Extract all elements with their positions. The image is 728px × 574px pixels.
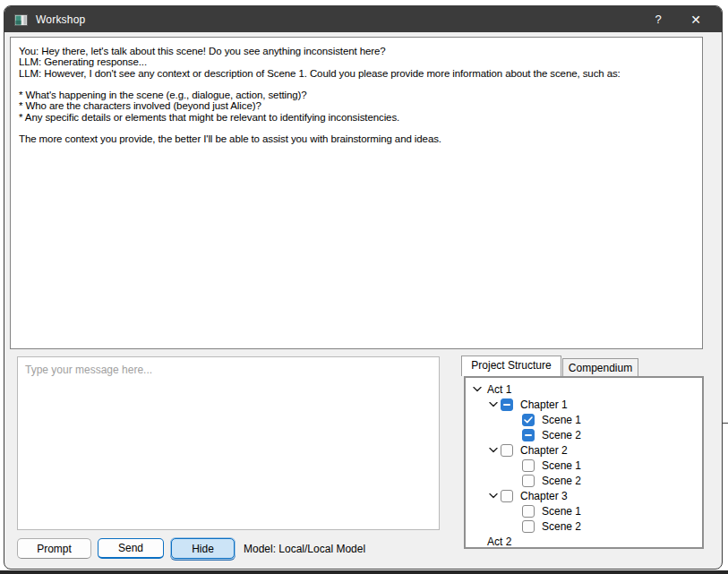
tree-item-scene-1[interactable]: Scene 1 <box>466 412 702 427</box>
project-structure-tree[interactable]: Act 1Chapter 1Scene 1Scene 2Chapter 2Sce… <box>464 376 704 549</box>
tree-item-chapter-3[interactable]: Chapter 3 <box>466 488 702 503</box>
app-icon <box>14 13 28 25</box>
send-button[interactable]: Send <box>98 538 164 559</box>
chat-line: * What's happening in the scene (e.g., d… <box>19 90 695 100</box>
unchecked-checkbox[interactable] <box>522 459 535 472</box>
partial-checkbox[interactable] <box>522 429 535 441</box>
chat-line: * Who are the characters involved (beyon… <box>19 100 695 111</box>
background-window-edge <box>722 423 728 424</box>
chevron-down-icon[interactable] <box>486 489 501 503</box>
chevron-down-icon[interactable] <box>486 398 501 412</box>
unchecked-checkbox[interactable] <box>522 475 535 487</box>
chat-line: LLM: Generating response... <box>19 56 695 67</box>
tree-item-act-1[interactable]: Act 1 <box>466 381 702 397</box>
chevron-down-icon[interactable] <box>486 443 501 458</box>
hide-button[interactable]: Hide <box>171 538 235 559</box>
chat-line <box>19 79 695 90</box>
tree-item-label: Chapter 2 <box>520 444 568 457</box>
tree-item-scene-2[interactable]: Scene 2 <box>466 427 702 442</box>
unchecked-checkbox[interactable] <box>522 520 535 533</box>
tree-item-scene-2[interactable]: Scene 2 <box>466 473 702 488</box>
help-button[interactable]: ? <box>639 6 677 32</box>
tree-item-label: Scene 2 <box>542 520 581 533</box>
workshop-window: Workshop ? ✕ You: Hey there, let's talk … <box>4 5 723 570</box>
tree-item-label: Chapter 3 <box>520 490 568 502</box>
tab-project-structure[interactable]: Project Structure <box>461 356 561 376</box>
chat-line: LLM: However, I don't see any context or… <box>19 68 695 79</box>
chat-line: * Any specific details or elements that … <box>19 112 695 123</box>
chat-line: The more context you provide, the better… <box>19 133 695 144</box>
tree-item-label: Scene 2 <box>542 429 581 441</box>
tree-item-label: Chapter 1 <box>520 398 568 411</box>
tree-item-label: Act 1 <box>487 383 511 396</box>
chat-line: You: Hey there, let's talk about this sc… <box>19 46 695 56</box>
model-label: Model: Local/Local Model <box>244 543 365 555</box>
chevron-down-icon[interactable] <box>470 382 484 397</box>
partial-checkbox[interactable] <box>501 398 513 411</box>
window-title: Workshop <box>36 13 85 26</box>
tree-item-label: Scene 1 <box>542 414 581 426</box>
background-bottom-strip <box>0 570 728 574</box>
message-input[interactable] <box>17 356 440 530</box>
tree-item-scene-1[interactable]: Scene 1 <box>466 458 702 473</box>
unchecked-checkbox[interactable] <box>522 505 535 518</box>
prompt-button[interactable]: Prompt <box>17 538 91 559</box>
unchecked-checkbox[interactable] <box>501 490 513 502</box>
tree-item-chapter-2[interactable]: Chapter 2 <box>466 442 702 458</box>
tree-item-act-2[interactable]: Act 2 <box>466 534 702 549</box>
checked-checkbox[interactable] <box>522 414 535 426</box>
tree-item-label: Scene 2 <box>542 475 581 487</box>
tree-item-label: Act 2 <box>487 535 511 548</box>
tab-compendium[interactable]: Compendium <box>562 358 638 376</box>
close-button[interactable]: ✕ <box>677 6 715 32</box>
tree-item-scene-2[interactable]: Scene 2 <box>466 518 702 534</box>
unchecked-checkbox[interactable] <box>501 444 513 457</box>
chat-log[interactable]: You: Hey there, let's talk about this sc… <box>10 37 703 349</box>
tree-item-scene-1[interactable]: Scene 1 <box>466 503 702 518</box>
titlebar[interactable]: Workshop ? ✕ <box>4 6 722 32</box>
tree-item-chapter-1[interactable]: Chapter 1 <box>466 397 702 412</box>
chat-line <box>19 123 695 133</box>
tree-item-label: Scene 1 <box>542 459 581 472</box>
tree-item-label: Scene 1 <box>542 505 581 518</box>
